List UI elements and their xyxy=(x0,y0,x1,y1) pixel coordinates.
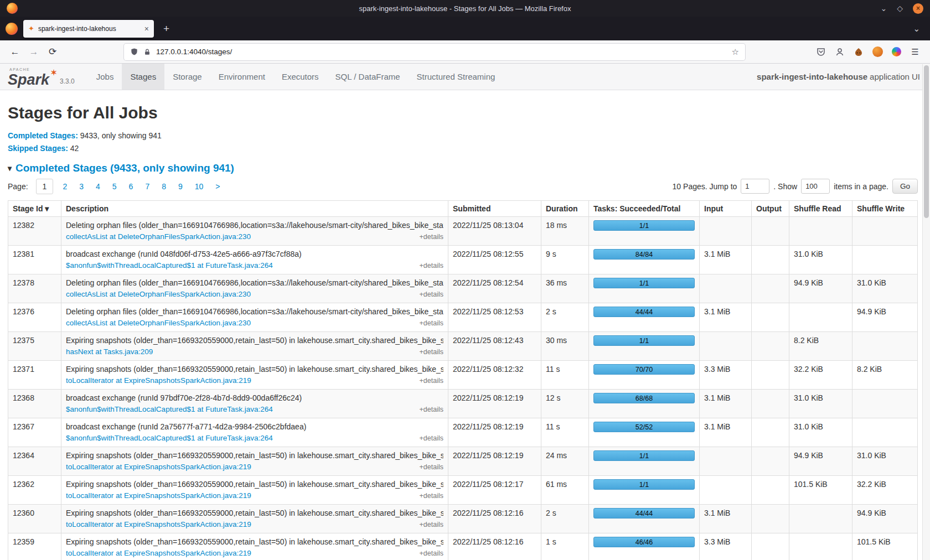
tab-close-icon[interactable]: × xyxy=(144,24,149,33)
window-close-button[interactable]: × xyxy=(913,3,923,14)
url-bar[interactable]: 127.0.0.1:4040/stages/ ☆ xyxy=(124,44,745,60)
col-header-input[interactable]: Input xyxy=(700,201,752,217)
details-toggle[interactable]: +details xyxy=(420,548,443,558)
stage-detail-link[interactable]: $anonfun$withThreadLocalCaptured$1 at Fu… xyxy=(66,261,273,271)
page-9-link[interactable]: 9 xyxy=(177,180,184,193)
stage-detail-link[interactable]: toLocalIterator at ExpireSnapshotsSparkA… xyxy=(66,462,251,472)
details-toggle[interactable]: +details xyxy=(420,318,443,328)
spark-header: APACHESpark✶ 3.3.0 JobsStagesStorageEnvi… xyxy=(0,64,930,90)
stage-detail-link[interactable]: $anonfun$withThreadLocalCaptured$1 at Fu… xyxy=(66,405,273,414)
table-row: 12362 Expiring snapshots (older_than=166… xyxy=(8,476,918,505)
col-header-stage-id[interactable]: Stage Id ▾ xyxy=(8,201,61,217)
completed-stages-link[interactable]: Completed Stages: xyxy=(8,131,78,140)
submitted-cell: 2022/11/25 08:12:53 xyxy=(448,303,541,332)
col-header-duration[interactable]: Duration xyxy=(541,201,589,217)
details-toggle[interactable]: +details xyxy=(420,261,443,271)
details-toggle[interactable]: +details xyxy=(420,520,443,530)
page-4-link[interactable]: 4 xyxy=(94,180,102,193)
shuffle-read-cell xyxy=(789,505,852,533)
stage-detail-link[interactable]: toLocalIterator at ExpireSnapshotsSparkA… xyxy=(66,520,251,530)
col-header-output[interactable]: Output xyxy=(752,201,789,217)
stage-detail-link[interactable]: toLocalIterator at ExpireSnapshotsSparkA… xyxy=(66,491,251,501)
details-toggle[interactable]: +details xyxy=(420,433,443,443)
go-button[interactable]: Go xyxy=(892,179,918,194)
stages-table: Stage Id ▾DescriptionSubmittedDurationTa… xyxy=(8,200,918,560)
forward-button[interactable]: → xyxy=(24,44,43,60)
duration-cell: 11 s xyxy=(541,418,589,447)
menu-button[interactable]: ☰ xyxy=(906,44,924,60)
details-toggle[interactable]: +details xyxy=(420,289,443,299)
output-cell xyxy=(752,418,789,447)
details-toggle[interactable]: +details xyxy=(420,376,443,386)
tab-list-chevron-icon[interactable]: ⌄ xyxy=(908,24,924,34)
stage-detail-link[interactable]: collectAsList at DeleteOrphanFilesSparkA… xyxy=(66,289,251,299)
col-header-description[interactable]: Description xyxy=(61,201,448,217)
stage-detail-link[interactable]: hasNext at Tasks.java:209 xyxy=(66,347,153,357)
stage-id-cell: 12375 xyxy=(8,332,61,361)
col-header-shuffle-read[interactable]: Shuffle Read xyxy=(789,201,852,217)
window-minimize-button[interactable]: ⌄ xyxy=(880,4,887,12)
tasks-cell: 84/84 xyxy=(589,246,700,274)
shuffle-write-cell: 31.0 KiB xyxy=(852,447,918,476)
page-10-link[interactable]: 10 xyxy=(193,180,205,193)
nav-item-executors[interactable]: Executors xyxy=(273,64,327,90)
col-header-tasks-succeeded-total[interactable]: Tasks: Succeeded/Total xyxy=(589,201,700,217)
details-toggle[interactable]: +details xyxy=(420,347,443,357)
reload-button[interactable]: ⟳ xyxy=(43,44,62,60)
description-cell: Deleting orphan files (older_than=166910… xyxy=(61,303,448,332)
new-tab-button[interactable]: + xyxy=(159,23,173,35)
details-toggle[interactable]: +details xyxy=(420,232,443,242)
tracking-protection-shield-icon[interactable] xyxy=(130,48,138,56)
window-maximize-button[interactable]: ◇ xyxy=(897,4,903,12)
stage-detail-link[interactable]: collectAsList at DeleteOrphanFilesSparkA… xyxy=(66,232,251,242)
connection-lock-icon[interactable] xyxy=(143,48,151,56)
scrollbar-thumb[interactable] xyxy=(924,65,929,218)
page-2-link[interactable]: 2 xyxy=(61,180,69,193)
nav-item-environment[interactable]: Environment xyxy=(210,64,273,90)
page-6-link[interactable]: 6 xyxy=(127,180,135,193)
page-3-link[interactable]: 3 xyxy=(78,180,85,193)
page-7-link[interactable]: 7 xyxy=(143,180,151,193)
page-next-link[interactable]: > xyxy=(214,180,221,193)
back-button[interactable]: ← xyxy=(6,44,24,60)
profile-avatar-icon[interactable] xyxy=(868,44,887,60)
submitted-cell: 2022/11/25 08:12:54 xyxy=(448,274,541,303)
stage-detail-link[interactable]: toLocalIterator at ExpireSnapshotsSparkA… xyxy=(66,376,251,386)
pages-info: 10 Pages. Jump to xyxy=(673,182,737,191)
details-toggle[interactable]: +details xyxy=(420,405,443,414)
col-header-shuffle-write[interactable]: Shuffle Write xyxy=(852,201,918,217)
bookmark-star-icon[interactable]: ☆ xyxy=(732,47,739,57)
pagination-controls: 10 Pages. Jump to . Show items in a page… xyxy=(673,179,918,194)
output-cell xyxy=(752,274,789,303)
firefox-icon[interactable] xyxy=(6,23,18,35)
jump-to-input[interactable] xyxy=(741,179,769,194)
browser-tab[interactable]: ✦ spark-ingest-into-lakehous × xyxy=(23,20,154,38)
show-count-input[interactable] xyxy=(801,179,830,194)
pocket-icon[interactable] xyxy=(812,44,830,60)
spark-logo[interactable]: APACHESpark✶ 3.3.0 xyxy=(8,64,75,90)
description-cell: Expiring snapshots (older_than=166932055… xyxy=(61,476,448,505)
stage-description: Expiring snapshots (older_than=166932055… xyxy=(66,450,443,460)
tasks-progress-bar: 44/44 xyxy=(593,508,695,518)
nav-item-sql-dataframe[interactable]: SQL / DataFrame xyxy=(327,64,409,90)
page-5-link[interactable]: 5 xyxy=(111,180,118,193)
extension-pinwheel-icon[interactable] xyxy=(887,44,906,60)
nav-item-stages[interactable]: Stages xyxy=(122,64,164,90)
duration-cell: 24 ms xyxy=(541,447,589,476)
page-8-link[interactable]: 8 xyxy=(160,180,168,193)
nav-item-jobs[interactable]: Jobs xyxy=(88,64,122,90)
details-toggle[interactable]: +details xyxy=(420,491,443,501)
privacy-badger-icon[interactable] xyxy=(849,44,868,60)
stage-detail-link[interactable]: collectAsList at DeleteOrphanFilesSparkA… xyxy=(66,318,251,328)
nav-item-structured-streaming[interactable]: Structured Streaming xyxy=(409,64,504,90)
page-1-current[interactable]: 1 xyxy=(36,179,54,194)
col-header-submitted[interactable]: Submitted xyxy=(448,201,541,217)
page-scrollbar[interactable] xyxy=(922,64,930,560)
stage-detail-link[interactable]: $anonfun$withThreadLocalCaptured$1 at Fu… xyxy=(66,433,273,443)
stage-detail-link[interactable]: toLocalIterator at ExpireSnapshotsSparkA… xyxy=(66,548,251,558)
completed-stages-section-toggle[interactable]: ▾ Completed Stages (9433, only showing 9… xyxy=(8,162,918,174)
account-icon[interactable] xyxy=(830,44,849,60)
details-toggle[interactable]: +details xyxy=(420,462,443,472)
nav-item-storage[interactable]: Storage xyxy=(164,64,210,90)
skipped-stages-link[interactable]: Skipped Stages: xyxy=(8,144,68,153)
